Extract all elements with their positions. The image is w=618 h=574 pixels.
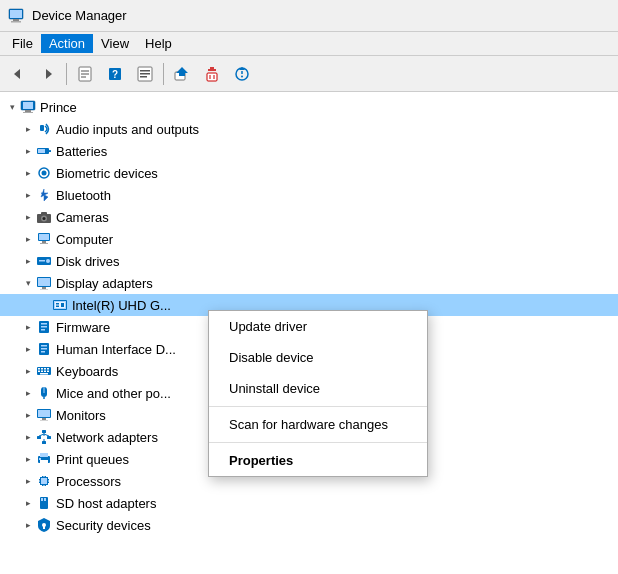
security-expander[interactable]: [20, 517, 36, 533]
toolbar-expand[interactable]: [131, 60, 159, 88]
svg-rect-18: [207, 73, 217, 81]
tree-disk[interactable]: Disk drives: [0, 250, 618, 272]
svg-rect-1: [13, 19, 19, 21]
ctx-scan-hardware[interactable]: Scan for hardware changes: [209, 409, 427, 440]
mice-expander[interactable]: [20, 385, 36, 401]
tree-security[interactable]: Security devices: [0, 514, 618, 536]
monitors-label: Monitors: [56, 408, 106, 423]
svg-rect-59: [41, 323, 47, 325]
svg-rect-33: [49, 150, 51, 152]
root-expander[interactable]: [4, 99, 20, 115]
svg-rect-68: [41, 368, 43, 370]
ctx-properties[interactable]: Properties: [209, 445, 427, 476]
tree-root[interactable]: Prince: [0, 96, 618, 118]
biometric-label: Biometric devices: [56, 166, 158, 181]
toolbar-forward[interactable]: [34, 60, 62, 88]
svg-rect-71: [38, 371, 40, 373]
toolbar-uninstall[interactable]: [198, 60, 226, 88]
monitors-expander[interactable]: [20, 407, 36, 423]
network-expander[interactable]: [20, 429, 36, 445]
batteries-expander[interactable]: [20, 143, 36, 159]
svg-rect-50: [42, 287, 46, 289]
keyboards-expander[interactable]: [20, 363, 36, 379]
sdhost-expander[interactable]: [20, 495, 36, 511]
toolbar-properties[interactable]: [71, 60, 99, 88]
toolbar-scan[interactable]: [228, 60, 256, 88]
svg-rect-83: [42, 430, 46, 433]
toolbar-back[interactable]: [4, 60, 32, 88]
hid-expander[interactable]: [20, 341, 36, 357]
firmware-expander[interactable]: [20, 319, 36, 335]
svg-rect-64: [41, 348, 47, 350]
svg-rect-75: [40, 373, 48, 375]
computer-expander[interactable]: [20, 231, 36, 247]
svg-rect-80: [38, 410, 50, 417]
keyboard-icon: [36, 363, 52, 379]
print-icon: [36, 451, 52, 467]
svg-rect-61: [41, 329, 45, 331]
svg-rect-30: [23, 112, 33, 113]
menu-bar: File Action View Help: [0, 32, 618, 56]
svg-rect-82: [40, 420, 48, 421]
biometric-expander[interactable]: [20, 165, 36, 181]
ctx-update-driver[interactable]: Update driver: [209, 311, 427, 342]
gpu-label: Intel(R) UHD G...: [72, 298, 171, 313]
svg-rect-73: [44, 371, 46, 373]
svg-rect-109: [43, 526, 45, 529]
menu-help[interactable]: Help: [137, 34, 180, 53]
audio-expander[interactable]: [20, 121, 36, 137]
toolbar: ?: [0, 56, 618, 92]
display-expander[interactable]: [20, 275, 36, 291]
disk-icon: [36, 253, 52, 269]
svg-rect-55: [56, 303, 59, 305]
tree-computer[interactable]: Computer: [0, 228, 618, 250]
processors-label: Processors: [56, 474, 121, 489]
tree-biometric[interactable]: Biometric devices: [0, 162, 618, 184]
ctx-uninstall-device[interactable]: Uninstall device: [209, 373, 427, 404]
svg-marker-4: [14, 69, 20, 79]
ctx-disable-device[interactable]: Disable device: [209, 342, 427, 373]
disk-expander[interactable]: [20, 253, 36, 269]
batteries-label: Batteries: [56, 144, 107, 159]
firmware-label: Firmware: [56, 320, 110, 335]
svg-rect-98: [39, 482, 40, 484]
svg-rect-94: [39, 458, 41, 460]
firmware-icon: [36, 319, 52, 335]
svg-rect-13: [140, 70, 150, 72]
svg-rect-56: [56, 306, 59, 308]
svg-rect-100: [48, 482, 49, 484]
tree-bluetooth[interactable]: Bluetooth: [0, 184, 618, 206]
svg-rect-47: [39, 260, 45, 262]
menu-file[interactable]: File: [4, 34, 41, 53]
tree-batteries[interactable]: Batteries: [0, 140, 618, 162]
toolbar-help[interactable]: ?: [101, 60, 129, 88]
menu-view[interactable]: View: [93, 34, 137, 53]
svg-rect-97: [39, 479, 40, 481]
cameras-expander[interactable]: [20, 209, 36, 225]
print-expander[interactable]: [20, 451, 36, 467]
security-label: Security devices: [56, 518, 151, 533]
tree-audio[interactable]: Audio inputs and outputs: [0, 118, 618, 140]
processors-expander[interactable]: [20, 473, 36, 489]
keyboards-label: Keyboards: [56, 364, 118, 379]
svg-rect-49: [38, 278, 50, 286]
svg-rect-81: [42, 418, 46, 420]
tree-sdhost[interactable]: SD host adapters: [0, 492, 618, 514]
title-bar: Device Manager: [0, 0, 618, 32]
svg-point-39: [43, 217, 46, 220]
svg-rect-72: [41, 371, 43, 373]
tree-cameras[interactable]: Cameras: [0, 206, 618, 228]
audio-icon: [36, 121, 52, 137]
svg-rect-74: [47, 371, 49, 373]
svg-rect-31: [40, 125, 44, 131]
toolbar-update-driver[interactable]: [168, 60, 196, 88]
svg-rect-65: [41, 351, 45, 353]
bluetooth-expander[interactable]: [20, 187, 36, 203]
tree-display[interactable]: Display adapters: [0, 272, 618, 294]
battery-icon: [36, 143, 52, 159]
menu-action[interactable]: Action: [41, 34, 93, 53]
svg-rect-3: [10, 10, 22, 18]
svg-rect-29: [25, 110, 31, 112]
title-bar-text: Device Manager: [32, 8, 127, 23]
security-icon: [36, 517, 52, 533]
